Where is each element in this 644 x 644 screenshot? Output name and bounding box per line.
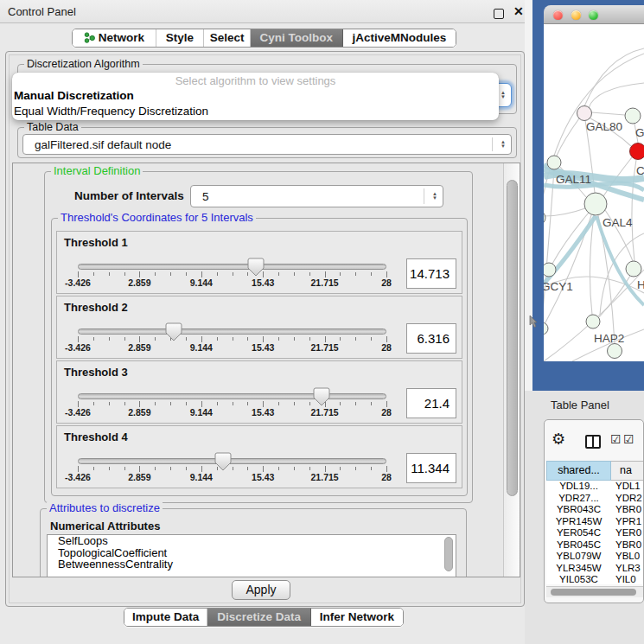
columns-icon[interactable] xyxy=(585,435,601,449)
minimize-traffic-light-icon[interactable] xyxy=(571,10,581,20)
cell-name: YER0 xyxy=(611,527,643,539)
numerical-attributes-list[interactable]: SelfLoopsTopologicalCoefficientBetweenne… xyxy=(47,534,456,577)
network-node-gal80[interactable] xyxy=(577,106,592,121)
table-row[interactable]: YDL19...YDL1 xyxy=(546,481,643,493)
threshold-panel-1: Threshold 1-3.4262.8599.14415.4321.71528… xyxy=(56,231,462,294)
table-data-combobox[interactable]: galFiltered.sif default node ▲▼ xyxy=(22,134,512,155)
apply-button[interactable]: Apply xyxy=(232,580,290,600)
network-node[interactable] xyxy=(544,211,545,225)
slider-track[interactable] xyxy=(78,458,386,464)
attribute-item-topologicalcoefficient[interactable]: TopologicalCoefficient xyxy=(48,547,456,559)
slider-track[interactable] xyxy=(78,393,386,399)
slider-tick xyxy=(155,402,156,405)
table-row[interactable]: YPR145WYPR1 xyxy=(546,516,643,528)
slider-tick xyxy=(294,272,295,276)
table-row[interactable]: YBR045CYBR0 xyxy=(546,539,643,552)
slider-tick-label: -3.426 xyxy=(65,342,91,353)
network-node-gal4[interactable] xyxy=(584,193,607,215)
dropdown-placeholder-item[interactable]: Select algorithm to view settings xyxy=(12,73,499,88)
slider-tick xyxy=(263,401,264,407)
tab-jactivemnodules[interactable]: jActiveMNodules xyxy=(343,29,456,47)
combo-spinner-icon[interactable]: ▲▼ xyxy=(501,91,506,99)
column-header-name[interactable]: na xyxy=(611,461,643,481)
slider-tick xyxy=(233,467,233,470)
threshold-value-field[interactable]: 21.4 xyxy=(406,388,456,418)
network-view-canvas[interactable]: GAL80GACGAL11GAL4GCY1HAHAP2 xyxy=(544,24,644,361)
slider-tick xyxy=(309,402,310,405)
settings-vertical-scrollbar[interactable] xyxy=(503,163,520,577)
checkbox-checked-icon[interactable]: ☑ xyxy=(623,433,634,445)
table-row[interactable]: YBL079WYBL0 xyxy=(546,551,643,563)
slider-tick xyxy=(186,272,187,276)
scrollbar-thumb[interactable] xyxy=(444,537,453,571)
table-row[interactable]: YDR27...YDR2 xyxy=(546,493,643,505)
slider-tick xyxy=(278,272,279,276)
slider-tick xyxy=(93,272,94,276)
network-window-titlebar[interactable] xyxy=(544,5,644,24)
table-row[interactable]: YBR043CYBR0 xyxy=(546,504,643,516)
slider-track[interactable] xyxy=(78,264,386,270)
slider-tick xyxy=(186,402,187,405)
checkbox-checked-icon[interactable]: ☑ xyxy=(610,433,622,445)
column-header-shared-name[interactable]: shared... xyxy=(546,461,611,481)
slider-tick xyxy=(78,466,79,472)
network-node-gal11[interactable] xyxy=(547,156,561,169)
slider-tick-label: 28 xyxy=(381,472,392,482)
table-row[interactable]: YLR345WYLR3 xyxy=(546,563,643,575)
combo-spinner-icon[interactable]: ▲▼ xyxy=(432,192,437,201)
attribute-item-betweennesscentrality[interactable]: BetweennessCentrality xyxy=(48,558,456,571)
slider-thumb[interactable] xyxy=(247,258,265,277)
network-node-ga[interactable] xyxy=(625,108,641,124)
slider-tick xyxy=(186,337,187,341)
threshold-value-field[interactable]: 6.316 xyxy=(406,323,456,354)
close-traffic-light-icon[interactable] xyxy=(553,10,563,20)
dropdown-option-equal-width-frequency-discretization[interactable]: Equal Width/Frequency Discretization xyxy=(12,104,499,119)
slider-thumb[interactable] xyxy=(214,452,232,471)
thresholds-group-title: Threshold's Coordinates for 5 Intervals xyxy=(58,212,256,223)
attribute-item-selfloops[interactable]: SelfLoops xyxy=(48,535,456,547)
slider-tick xyxy=(386,466,387,472)
zoom-traffic-light-icon[interactable] xyxy=(589,10,598,20)
network-node[interactable] xyxy=(608,344,622,359)
number-of-intervals-combobox[interactable]: 5 ▲▼ xyxy=(190,185,443,207)
table-horizontal-scrollbar[interactable] xyxy=(546,586,643,597)
threshold-value-field[interactable]: 14.713 xyxy=(406,258,456,289)
algorithm-dropdown-popup: Select algorithm to view settings Manual… xyxy=(12,73,499,120)
table-panel-zone: Table Panel ⚙ ☑ ☑ shared... na YDL19...Y… xyxy=(525,391,644,644)
tab-select[interactable]: Select xyxy=(204,29,251,47)
network-node-ha[interactable] xyxy=(626,261,641,277)
network-graph: GAL80GACGAL11GAL4GCY1HAHAP2 xyxy=(544,24,644,361)
tab-style[interactable]: Style xyxy=(156,29,205,47)
slider-tick-label: 15.43 xyxy=(252,407,274,418)
network-node[interactable] xyxy=(544,322,548,335)
scrollbar-thumb[interactable] xyxy=(507,180,518,496)
slider-tick xyxy=(355,272,356,276)
table-row[interactable]: YIL053CYIL0 xyxy=(546,574,643,584)
network-node-hap2[interactable] xyxy=(586,315,600,328)
threshold-value-field[interactable]: 11.344 xyxy=(406,453,456,483)
network-edge xyxy=(589,83,644,108)
slider-thumb[interactable] xyxy=(165,322,182,341)
combo-spinner-icon[interactable]: ▲▼ xyxy=(501,140,506,149)
dropdown-option-manual-discretization[interactable]: Manual Discretization xyxy=(12,88,499,104)
tab-network[interactable]: Network xyxy=(73,29,156,47)
network-node-gcy1[interactable] xyxy=(544,263,556,277)
tab-discretize-data[interactable]: Discretize Data xyxy=(207,609,310,626)
slider-tick xyxy=(217,337,218,341)
gear-icon[interactable]: ⚙ xyxy=(552,431,565,447)
network-node-c[interactable] xyxy=(630,143,644,160)
scrollbar-thumb[interactable] xyxy=(551,589,636,596)
attribute-list-scrollbar[interactable] xyxy=(444,537,454,575)
tab-infer-network[interactable]: Infer Network xyxy=(311,609,403,626)
slider-tick xyxy=(93,337,94,341)
slider-track[interactable] xyxy=(78,328,386,335)
table-header-row: shared... na xyxy=(546,461,643,481)
tab-cyni-toolbox[interactable]: Cyni Toolbox xyxy=(251,29,343,47)
float-icon[interactable] xyxy=(494,9,504,19)
tab-impute-data[interactable]: Impute Data xyxy=(124,609,207,626)
table-row[interactable]: YER054CYER0 xyxy=(546,527,643,539)
close-icon[interactable]: ✕ xyxy=(513,4,524,18)
slider-tick xyxy=(124,467,125,470)
cyni-mode-tab-bar: Impute DataDiscretize DataInfer Network xyxy=(124,608,404,627)
slider-thumb[interactable] xyxy=(313,387,330,406)
